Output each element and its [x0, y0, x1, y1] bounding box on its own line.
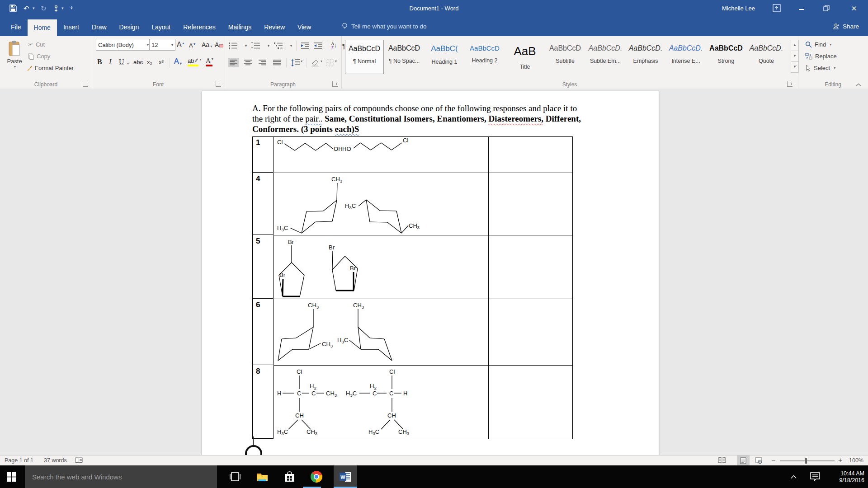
align-right-button[interactable] — [257, 58, 268, 67]
share-button[interactable]: Share — [833, 17, 859, 36]
multilevel-list-button[interactable] — [274, 42, 285, 49]
start-button[interactable] — [0, 465, 23, 488]
tab-home[interactable]: Home — [28, 19, 57, 36]
answer-cell[interactable] — [489, 235, 573, 299]
zoom-out-button[interactable]: − — [771, 455, 775, 465]
tab-draw[interactable]: Draw — [85, 18, 113, 36]
touch-mode-dropdown-icon[interactable]: ▾ — [61, 0, 64, 17]
cut-button[interactable]: ✂ Cut — [28, 41, 45, 48]
tab-insert[interactable]: Insert — [57, 18, 85, 36]
font-name-combo[interactable]: Calibri (Body)▾ — [96, 39, 151, 51]
decrease-indent-button[interactable] — [301, 42, 310, 49]
action-center-button[interactable] — [806, 465, 824, 488]
answer-cell[interactable] — [489, 299, 573, 366]
print-layout-button[interactable] — [737, 455, 750, 465]
multilevel-dropdown-icon[interactable]: ▾ — [290, 44, 292, 48]
undo-dropdown-icon[interactable]: ▾ — [33, 0, 35, 17]
style-intense-e[interactable]: AaBbCcD.Intense E... — [667, 40, 705, 73]
undo-button[interactable]: ↶ — [24, 0, 29, 17]
close-button[interactable]: ✕ — [841, 0, 867, 17]
chrome-button[interactable] — [305, 465, 328, 488]
line-spacing-button[interactable]: ▾ — [291, 59, 302, 66]
page-count[interactable]: Page 1 of 1 — [5, 455, 33, 465]
read-mode-button[interactable] — [718, 457, 726, 464]
minimize-button[interactable] — [789, 0, 813, 17]
style-no-spac[interactable]: AaBbCcD¶ No Spac... — [385, 40, 423, 73]
font-color-button[interactable]: A▾ — [206, 57, 213, 66]
borders-button[interactable]: ▾ — [326, 59, 337, 66]
answer-cell[interactable] — [489, 366, 573, 439]
grow-font-button[interactable]: A▲ — [177, 41, 185, 49]
align-center-button[interactable] — [243, 58, 253, 67]
paste-dropdown-icon[interactable]: ▾ — [5, 65, 25, 69]
find-button[interactable]: Find▾ — [805, 41, 831, 48]
format-painter-button[interactable]: Format Painter — [26, 65, 74, 71]
web-layout-button[interactable] — [755, 457, 762, 464]
tab-references[interactable]: References — [177, 18, 222, 36]
store-button[interactable] — [278, 465, 301, 488]
change-case-button[interactable]: Aa▾ — [202, 41, 212, 48]
tab-view[interactable]: View — [291, 18, 317, 36]
font-size-dropdown-icon[interactable]: ▾ — [171, 43, 173, 47]
paste-button[interactable]: Paste ▾ — [4, 39, 25, 80]
tab-file[interactable]: File — [5, 18, 28, 36]
replace-button[interactable]: Replace — [805, 53, 837, 60]
taskbar-clock[interactable]: 10:44 AM 9/18/2016 — [826, 465, 864, 488]
bullets-dropdown-icon[interactable]: ▾ — [245, 44, 247, 48]
style-emphasis[interactable]: AaBbCcD.Emphasis — [627, 40, 665, 73]
qat-customize-icon[interactable]: ▾̄ — [71, 0, 73, 17]
shading-button[interactable]: ▾ — [311, 59, 322, 66]
redo-button[interactable]: ↻ — [41, 0, 47, 17]
zoom-slider-track[interactable] — [780, 460, 835, 461]
justify-button[interactable] — [272, 58, 282, 67]
file-explorer-button[interactable] — [251, 465, 274, 488]
answer-cell[interactable] — [489, 173, 573, 235]
collapse-ribbon-button[interactable] — [856, 83, 861, 87]
word-taskbar-button[interactable]: W — [334, 465, 357, 488]
numbering-button[interactable] — [251, 42, 263, 49]
font-size-combo[interactable]: 12▾ — [149, 39, 175, 51]
bullets-button[interactable] — [228, 42, 240, 49]
shrink-font-button[interactable]: A▼ — [189, 42, 196, 49]
style-heading-2[interactable]: AaBbCcDHeading 2 — [466, 40, 504, 73]
tab-layout[interactable]: Layout — [145, 18, 177, 36]
tab-design[interactable]: Design — [113, 18, 146, 36]
tab-review[interactable]: Review — [258, 18, 291, 36]
zoom-in-button[interactable]: + — [838, 455, 842, 465]
account-name[interactable]: Michelle Lee — [722, 0, 755, 17]
document-page[interactable]: A. For the following pairs of compounds … — [202, 91, 659, 455]
style-title[interactable]: AaBTitle — [506, 40, 544, 73]
word-count[interactable]: 37 words — [44, 455, 67, 465]
zoom-slider-handle[interactable] — [805, 458, 807, 464]
task-view-button[interactable] — [224, 465, 246, 488]
align-left-button[interactable] — [228, 58, 239, 67]
font-dialog-launcher[interactable] — [216, 81, 221, 87]
text-effects-button[interactable]: A▾ — [174, 57, 182, 66]
taskbar-search-box[interactable]: Search the web and Windows — [25, 465, 217, 488]
strikethrough-button[interactable]: abc — [133, 59, 143, 66]
tab-mailings[interactable]: Mailings — [222, 18, 258, 36]
paragraph-dialog-launcher[interactable] — [332, 81, 338, 87]
save-icon[interactable] — [9, 4, 17, 12]
touch-mode-icon[interactable] — [52, 5, 60, 12]
answer-cell[interactable] — [489, 137, 573, 173]
style-normal[interactable]: AaBbCcD¶ Normal — [345, 40, 384, 74]
clear-formatting-button[interactable]: A — [215, 41, 223, 48]
select-button[interactable]: Select▾ — [805, 65, 835, 71]
style-subtitle[interactable]: AaBbCcDSubtitle — [546, 40, 584, 73]
style-strong[interactable]: AaBbCcDStrong — [707, 40, 745, 73]
restore-button[interactable] — [815, 0, 838, 17]
subscript-button[interactable]: x₂ — [147, 59, 152, 66]
numbering-dropdown-icon[interactable]: ▾ — [268, 44, 269, 48]
highlight-button[interactable]: ab▾ — [188, 57, 201, 66]
clipboard-dialog-launcher[interactable] — [83, 81, 88, 87]
style-subtle-em[interactable]: AaBbCcD.Subtle Em... — [586, 40, 624, 73]
proofing-status-icon[interactable] — [75, 457, 83, 464]
styles-dialog-launcher[interactable] — [787, 81, 793, 87]
italic-button[interactable]: I — [109, 58, 111, 66]
font-name-dropdown-icon[interactable]: ▾ — [147, 43, 149, 47]
increase-indent-button[interactable] — [314, 42, 323, 49]
tray-chevron-button[interactable] — [784, 465, 802, 488]
tell-me-box[interactable]: Tell me what you want to do — [341, 17, 427, 36]
style-heading-1[interactable]: AaBbC(Heading 1 — [425, 40, 463, 73]
